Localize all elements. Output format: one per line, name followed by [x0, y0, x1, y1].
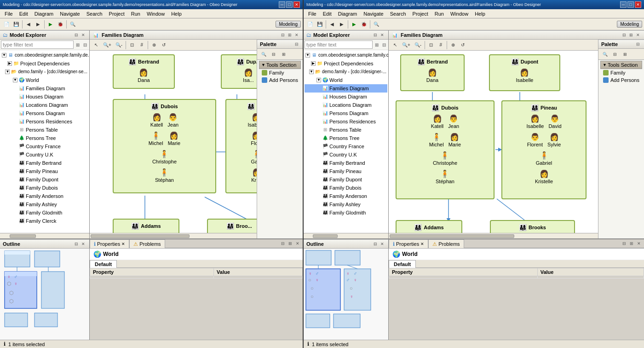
right-menu-project[interactable]: Project: [410, 11, 431, 17]
tree-toggle-world[interactable]: ▼: [13, 78, 17, 82]
tree-toggle-deps[interactable]: ▶: [7, 61, 12, 66]
left-menu-window[interactable]: Window: [144, 11, 167, 17]
left-diagram-close[interactable]: ✕: [293, 32, 300, 38]
right-tree-item-world[interactable]: ▼ 🌍 World: [305, 76, 387, 84]
right-tb-save[interactable]: 💾: [315, 20, 324, 29]
right-properties-tab-close[interactable]: ✕: [420, 242, 424, 246]
right-restore-btn[interactable]: □: [627, 1, 634, 8]
left-filter-input[interactable]: [1, 41, 74, 49]
right-tree-item-demo[interactable]: ▼ 📂 demo.family - [cdo://designer-...: [305, 68, 387, 76]
right-tree-item-persons-res[interactable]: 📊 Persons Residences: [305, 117, 387, 126]
left-node-bertrand[interactable]: 👨‍👩‍👧 Bertrand 👩 Dana: [113, 54, 175, 89]
left-menu-diagram[interactable]: Diagram: [32, 11, 57, 17]
right-menu-navigate[interactable]: Navigate: [361, 11, 386, 17]
left-close-btn[interactable]: ✕: [293, 1, 300, 8]
right-tree-item-fam-dubois[interactable]: 👨‍👩‍👧 Family Dubois: [305, 184, 387, 192]
right-node-addams[interactable]: 👨‍👩‍👧Addams 👨Didier 👩Vir...: [396, 220, 462, 233]
left-properties-tab[interactable]: ℹ Properties ✕: [90, 239, 129, 248]
tree-item-fam-glodmith[interactable]: 👨‍👩‍👧 Family Glodmith: [1, 209, 88, 217]
right-props-icon-btn1[interactable]: ⊟: [621, 240, 627, 247]
left-palette-min[interactable]: ⊟: [293, 41, 300, 47]
left-dt-refresh[interactable]: ↺: [159, 41, 168, 50]
right-tree-item-houses[interactable]: 📊 Houses Diagram: [305, 93, 387, 101]
right-palette-family[interactable]: Family: [600, 69, 642, 76]
right-pal-search[interactable]: 🔍: [600, 50, 610, 59]
tree-item-houses[interactable]: 📊 Houses Diagram: [1, 93, 88, 101]
left-properties-tab-close[interactable]: ✕: [121, 242, 125, 246]
right-node-brooks[interactable]: 👨‍👩‍👧Brooks 👨Bryan 👩Katell: [490, 220, 575, 233]
left-palette-section-tools[interactable]: ▼ Tools Section: [259, 61, 301, 69]
left-minimize-btn[interactable]: ─: [279, 1, 285, 8]
right-palette-addpersons[interactable]: Add Persons: [600, 76, 642, 84]
right-explorer-close[interactable]: ✕: [379, 32, 385, 38]
left-dt-grid[interactable]: #: [137, 41, 146, 50]
right-tree-item-persons-table[interactable]: ⊞ Persons Table: [305, 126, 387, 134]
left-tb-save[interactable]: 💾: [12, 20, 21, 29]
right-tb-search[interactable]: 🔍: [372, 20, 381, 29]
left-tb-new[interactable]: 📄: [2, 20, 11, 29]
right-menu-window[interactable]: Window: [448, 11, 471, 17]
left-dt-layer[interactable]: ⊕: [150, 41, 159, 50]
left-menu-project[interactable]: Project: [106, 11, 127, 17]
left-node-pineau[interactable]: 👨‍👩‍👧 Pi... 👩 Isabelle: [225, 99, 257, 193]
right-dt-zoom-out[interactable]: 🔍-: [413, 41, 423, 50]
right-tree-toggle-deps[interactable]: ▶: [311, 61, 316, 66]
left-diagram-hscroll[interactable]: [90, 233, 257, 238]
right-palette-min[interactable]: ⊟: [635, 41, 641, 47]
left-tb-search[interactable]: 🔍: [68, 20, 77, 29]
tree-item-fam-bertrand[interactable]: 👨‍👩‍👧 Family Bertrand: [1, 159, 88, 167]
left-explorer-close[interactable]: ✕: [80, 32, 86, 38]
right-tree-item-fam-ashley[interactable]: 👨‍👩‍👧 Family Ashley: [305, 200, 387, 209]
right-tree-toggle-root[interactable]: ▼: [305, 53, 310, 58]
right-tree-item-root[interactable]: ▼ 🖥 com.obeodesigner.sample.family.c...: [305, 51, 387, 59]
tree-item-locations[interactable]: 📊 Locations Diagram: [1, 101, 88, 109]
right-tree-item-fam-bertrand[interactable]: 👨‍👩‍👧 Family Bertrand: [305, 159, 387, 167]
left-collapse-btn[interactable]: ⊟: [82, 41, 88, 48]
left-dt-zoom-out[interactable]: 🔍-: [114, 41, 124, 50]
right-props-icon-btn3[interactable]: ✕: [636, 240, 642, 247]
tree-item-fam-dupont[interactable]: 👨‍👩‍👧 Family Dupont: [1, 175, 88, 184]
left-dt-zoom-in[interactable]: 🔍+: [101, 41, 113, 50]
tree-toggle-root[interactable]: ▼: [2, 53, 6, 58]
tree-item-fam-dubois[interactable]: 👨‍👩‍👧 Family Dubois: [1, 184, 88, 192]
right-dt-select[interactable]: ↖: [391, 41, 400, 50]
left-tb-back[interactable]: ◀: [24, 20, 33, 29]
right-tree-item-fam-glodmith[interactable]: 👨‍👩‍👧 Family Glodmith: [305, 209, 387, 217]
right-tree-toggle-demo[interactable]: ▼: [309, 70, 314, 74]
left-problems-tab[interactable]: ⚠ Problems: [129, 239, 165, 248]
left-menu-run[interactable]: Run: [128, 11, 143, 17]
right-tree-toggle-world[interactable]: ▼: [316, 78, 321, 82]
right-tree-item-fam-pineau[interactable]: 👨‍👩‍👧 Family Pineau: [305, 167, 387, 175]
tree-item-fam-clerck[interactable]: 👨‍👩‍👧 Family Clerck: [1, 217, 88, 225]
left-dt-fit[interactable]: ⊡: [127, 41, 137, 50]
left-menu-search[interactable]: Search: [84, 11, 105, 17]
right-collapse-btn[interactable]: ⊟: [381, 41, 387, 48]
right-explorer-hscroll[interactable]: [304, 233, 388, 238]
right-outline-close[interactable]: ✕: [379, 241, 385, 247]
left-node-brooks[interactable]: 👨‍👩‍👧 Broo... 👨 Bryan: [207, 219, 257, 233]
right-tb-fwd[interactable]: ▶: [337, 20, 346, 29]
tree-item-fam-diag[interactable]: 📊 Families Diagram: [1, 84, 88, 93]
left-palette-family[interactable]: Family: [259, 69, 301, 76]
right-tb-run[interactable]: ▶: [350, 20, 359, 29]
right-diagram-max[interactable]: ⊞: [628, 32, 634, 38]
left-tb-fwd[interactable]: ▶: [34, 20, 43, 29]
right-problems-tab[interactable]: ⚠ Problems: [428, 239, 464, 248]
left-tb-run[interactable]: ▶: [46, 20, 55, 29]
left-outline-close[interactable]: ✕: [80, 241, 86, 247]
right-tree-item-fam-anderson[interactable]: 👨‍👩‍👧 Family Anderson: [305, 192, 387, 200]
tree-item-country-uk[interactable]: 🏴 Country U.K: [1, 151, 88, 159]
left-diagram-min[interactable]: ⊟: [280, 32, 286, 38]
right-menu-diagram[interactable]: Diagram: [335, 11, 360, 17]
right-menu-search[interactable]: Search: [387, 11, 409, 17]
left-pal-layout[interactable]: ⊞: [279, 50, 288, 59]
left-tb-debug[interactable]: 🐞: [56, 20, 65, 29]
right-minimize-btn[interactable]: ─: [620, 1, 627, 8]
right-menu-file[interactable]: File: [305, 11, 319, 17]
tree-item-persons[interactable]: 📊 Persons Diagram: [1, 109, 88, 117]
right-menu-help[interactable]: Help: [472, 11, 488, 17]
right-tree-item-locations[interactable]: 📊 Locations Diagram: [305, 101, 387, 109]
right-diagram-hscroll[interactable]: [389, 233, 598, 238]
left-filter-btn[interactable]: ⊞: [75, 41, 81, 48]
right-props-icon-btn2[interactable]: ⊞: [628, 240, 635, 247]
